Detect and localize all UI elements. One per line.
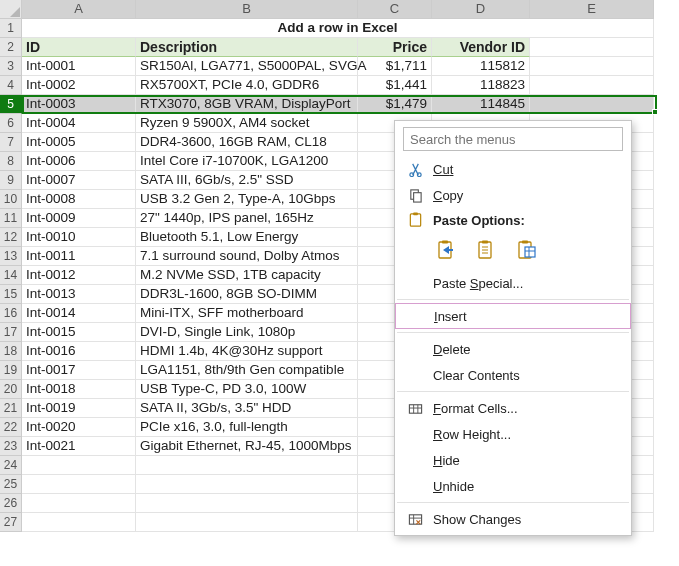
row-header[interactable]: 13 <box>0 247 22 266</box>
cell-id[interactable]: Int-0004 <box>22 114 136 133</box>
menu-unhide[interactable]: Unhide <box>395 473 631 499</box>
cell[interactable] <box>136 513 358 532</box>
cell-id[interactable]: Int-0005 <box>22 133 136 152</box>
row-header[interactable]: 14 <box>0 266 22 285</box>
row-header[interactable]: 15 <box>0 285 22 304</box>
cell[interactable] <box>530 95 654 114</box>
select-all-corner[interactable] <box>0 0 22 19</box>
cell-desc[interactable]: DDR4-3600, 16GB RAM, CL18 <box>136 133 358 152</box>
cell-id[interactable]: Int-0006 <box>22 152 136 171</box>
cell-desc[interactable]: M.2 NVMe SSD, 1TB capacity <box>136 266 358 285</box>
row-header[interactable]: 5 <box>0 95 22 114</box>
cell[interactable] <box>22 475 136 494</box>
row-header[interactable]: 19 <box>0 361 22 380</box>
cell-desc[interactable]: SATA III, 6Gb/s, 2.5" SSD <box>136 171 358 190</box>
menu-hide[interactable]: Hide <box>395 447 631 473</box>
row-header[interactable]: 3 <box>0 57 22 76</box>
col-header-d[interactable]: D <box>432 0 530 19</box>
column-header-desc[interactable]: Description <box>136 38 358 57</box>
cell-desc[interactable]: Mini-ITX, SFF motherboard <box>136 304 358 323</box>
cell-desc[interactable]: LGA1151, 8th/9th Gen compatible <box>136 361 358 380</box>
cell-vendor[interactable]: 114845 <box>432 95 530 114</box>
menu-show-changes[interactable]: Show Changes <box>395 506 631 532</box>
cell[interactable] <box>136 475 358 494</box>
cell-desc[interactable]: USB 3.2 Gen 2, Type-A, 10Gbps <box>136 190 358 209</box>
row-header[interactable]: 21 <box>0 399 22 418</box>
cell-desc[interactable]: PCIe x16, 3.0, full-length <box>136 418 358 437</box>
cell-id[interactable]: Int-0009 <box>22 209 136 228</box>
cell-desc[interactable]: SR150Al, LGA771, S5000PAL, SVGA <box>136 57 358 76</box>
row-header[interactable]: 16 <box>0 304 22 323</box>
cell-desc[interactable]: Intel Core i7-10700K, LGA1200 <box>136 152 358 171</box>
cell[interactable] <box>22 456 136 475</box>
cell-desc[interactable]: HDMI 1.4b, 4K@30Hz support <box>136 342 358 361</box>
paste-option-formatting[interactable] <box>513 236 541 264</box>
cell-desc[interactable]: USB Type-C, PD 3.0, 100W <box>136 380 358 399</box>
cell-id[interactable]: Int-0014 <box>22 304 136 323</box>
cell-id[interactable]: Int-0018 <box>22 380 136 399</box>
row-header[interactable]: 22 <box>0 418 22 437</box>
menu-paste-special[interactable]: Paste Special... <box>395 270 631 296</box>
col-header-b[interactable]: B <box>136 0 358 19</box>
row-header[interactable]: 2 <box>0 38 22 57</box>
cell-price[interactable]: $1,479 <box>358 95 432 114</box>
row-header[interactable]: 17 <box>0 323 22 342</box>
menu-insert[interactable]: Insert <box>395 303 631 329</box>
paste-option-default[interactable] <box>433 236 461 264</box>
cell-desc[interactable]: RTX3070, 8GB VRAM, DisplayPort <box>136 95 358 114</box>
cell-desc[interactable]: Ryzen 9 5900X, AM4 socket <box>136 114 358 133</box>
cell[interactable] <box>136 494 358 513</box>
cell-price[interactable]: $1,711 <box>358 57 432 76</box>
menu-clear-contents[interactable]: Clear Contents <box>395 362 631 388</box>
cell[interactable] <box>530 38 654 57</box>
column-header-id[interactable]: ID <box>22 38 136 57</box>
row-header[interactable]: 25 <box>0 475 22 494</box>
cell[interactable] <box>22 513 136 532</box>
cell[interactable] <box>530 76 654 95</box>
column-header-price[interactable]: Price <box>358 38 432 57</box>
cell-desc[interactable]: Bluetooth 5.1, Low Energy <box>136 228 358 247</box>
menu-cut[interactable]: Cut <box>395 156 631 182</box>
cell-desc[interactable]: RX5700XT, PCIe 4.0, GDDR6 <box>136 76 358 95</box>
row-header[interactable]: 20 <box>0 380 22 399</box>
cell-id[interactable]: Int-0019 <box>22 399 136 418</box>
row-header[interactable]: 8 <box>0 152 22 171</box>
cell-id[interactable]: Int-0007 <box>22 171 136 190</box>
row-header[interactable]: 6 <box>0 114 22 133</box>
cell-vendor[interactable]: 118823 <box>432 76 530 95</box>
cell-price[interactable]: $1,441 <box>358 76 432 95</box>
cell-desc[interactable]: DVI-D, Single Link, 1080p <box>136 323 358 342</box>
col-header-c[interactable]: C <box>358 0 432 19</box>
cell-id[interactable]: Int-0010 <box>22 228 136 247</box>
cell-id[interactable]: Int-0020 <box>22 418 136 437</box>
row-header[interactable]: 9 <box>0 171 22 190</box>
cell-desc[interactable]: DDR3L-1600, 8GB SO-DIMM <box>136 285 358 304</box>
column-header-vendor[interactable]: Vendor ID <box>432 38 530 57</box>
row-header[interactable]: 18 <box>0 342 22 361</box>
cell-desc[interactable]: 27" 1440p, IPS panel, 165Hz <box>136 209 358 228</box>
cell-id[interactable]: Int-0012 <box>22 266 136 285</box>
row-header[interactable]: 10 <box>0 190 22 209</box>
row-header[interactable]: 12 <box>0 228 22 247</box>
menu-row-height[interactable]: Row Height... <box>395 421 631 447</box>
cell[interactable] <box>136 456 358 475</box>
col-header-e[interactable]: E <box>530 0 654 19</box>
cell[interactable] <box>530 57 654 76</box>
cell-id[interactable]: Int-0013 <box>22 285 136 304</box>
cell-id[interactable]: Int-0021 <box>22 437 136 456</box>
row-header[interactable]: 1 <box>0 19 22 38</box>
cell-desc[interactable]: SATA II, 3Gb/s, 3.5" HDD <box>136 399 358 418</box>
cell-desc[interactable]: Gigabit Ethernet, RJ-45, 1000Mbps <box>136 437 358 456</box>
menu-search-input[interactable] <box>403 127 623 151</box>
row-header[interactable]: 23 <box>0 437 22 456</box>
cell-id[interactable]: Int-0003 <box>22 95 136 114</box>
cell-desc[interactable]: 7.1 surround sound, Dolby Atmos <box>136 247 358 266</box>
cell-vendor[interactable]: 115812 <box>432 57 530 76</box>
cell-id[interactable]: Int-0016 <box>22 342 136 361</box>
row-header[interactable]: 24 <box>0 456 22 475</box>
row-header[interactable]: 11 <box>0 209 22 228</box>
cell-id[interactable]: Int-0015 <box>22 323 136 342</box>
col-header-a[interactable]: A <box>22 0 136 19</box>
cell-id[interactable]: Int-0011 <box>22 247 136 266</box>
row-header[interactable]: 7 <box>0 133 22 152</box>
